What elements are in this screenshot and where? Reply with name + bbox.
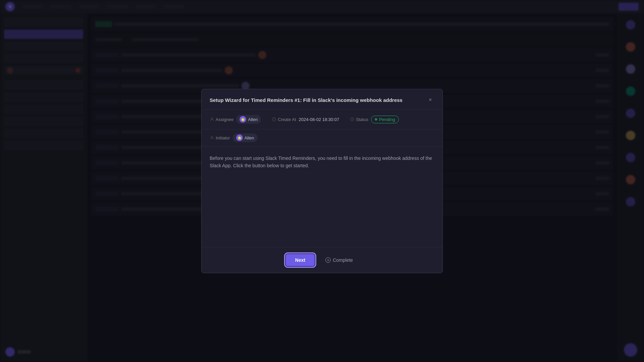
status-group: Status Pending [350,116,399,123]
create-at-label: Create At [272,117,296,122]
modal-title: Setup Wizard for Timed Reminders #1: Fil… [210,97,402,103]
svg-point-0 [211,118,213,119]
initiator-label: Initiator [210,135,230,140]
assignee-label: Assignee [210,117,233,122]
modal-header: Setup Wizard for Timed Reminders #1: Fil… [202,89,442,110]
status-label: Status [350,117,368,122]
assignee-avatar: 🌟 [239,116,246,123]
status-badge: Pending [371,116,399,123]
modal-overlay: Setup Wizard for Timed Reminders #1: Fil… [0,0,644,362]
modal-body-text: Before you can start using Slack Timed R… [210,155,434,170]
next-button[interactable]: Next [286,254,315,266]
modal-footer: Next ⊘ Complete [202,247,442,273]
initiator-avatar: 🌟 [236,134,243,141]
modal-meta: Assignee 🌟 Allen Create At 2024-08-02 18… [202,110,442,129]
svg-point-3 [211,136,213,138]
modal-body: Before you can start using Slack Timed R… [202,146,442,247]
assignee-group: Assignee 🌟 Allen [210,115,261,124]
create-at-group: Create At 2024-08-02 18:30:07 [272,117,339,122]
status-dot-icon [375,118,377,121]
complete-icon: ⊘ [325,257,331,263]
setup-wizard-modal: Setup Wizard for Timed Reminders #1: Fil… [201,89,443,273]
assignee-tag[interactable]: 🌟 Allen [236,115,261,124]
complete-button[interactable]: ⊘ Complete [320,254,358,266]
create-at-value: 2024-08-02 18:30:07 [299,117,339,122]
initiator-row: Initiator 🌟 Allen [202,129,442,146]
initiator-tag[interactable]: 🌟 Allen [233,133,258,142]
close-button[interactable]: × [426,96,434,104]
